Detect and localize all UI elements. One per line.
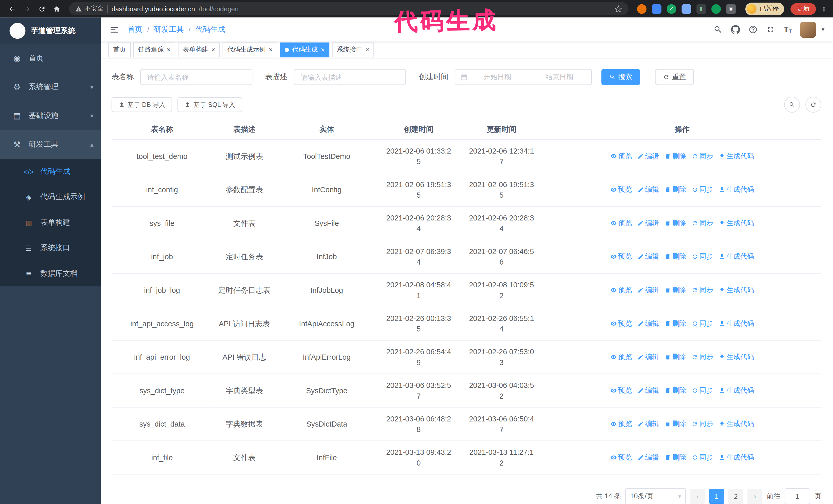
tab-item[interactable]: 代码生成示例× (223, 42, 278, 57)
close-icon[interactable]: × (211, 47, 215, 53)
delete-link[interactable]: 删除 (664, 452, 686, 462)
edit-link[interactable]: 编辑 (637, 251, 659, 262)
home-icon[interactable] (50, 2, 64, 16)
refresh-table-icon[interactable] (805, 97, 821, 113)
tab-item[interactable]: 首页 (109, 42, 131, 57)
toggle-search-icon[interactable] (784, 97, 800, 113)
generate-code-link[interactable]: 生成代码 (718, 151, 754, 161)
delete-link[interactable]: 删除 (664, 385, 686, 395)
preview-link[interactable]: 预览 (610, 151, 632, 161)
delete-link[interactable]: 删除 (664, 285, 686, 295)
reset-button[interactable]: 重置 (655, 69, 694, 85)
preview-link[interactable]: 预览 (610, 352, 632, 362)
sidebar-item-devtools[interactable]: ⚒研发工具▴ (0, 130, 101, 159)
breadcrumb-item[interactable]: 首页 (127, 25, 142, 34)
sidebar-item-api[interactable]: ☰系统接口 (0, 235, 101, 261)
goto-page-input[interactable] (785, 488, 810, 504)
generate-code-link[interactable]: 生成代码 (718, 352, 754, 362)
sync-link[interactable]: 同步 (691, 352, 713, 362)
reload-icon[interactable] (35, 2, 49, 16)
generate-code-link[interactable]: 生成代码 (718, 184, 754, 195)
preview-link[interactable]: 预览 (610, 184, 632, 195)
generate-code-link[interactable]: 生成代码 (718, 452, 754, 462)
edit-link[interactable]: 编辑 (637, 418, 659, 429)
back-icon[interactable] (5, 2, 19, 16)
prev-page-button[interactable]: ‹ (690, 489, 705, 504)
tab-item[interactable]: 代码生成× (280, 42, 329, 57)
breadcrumb-item[interactable]: 代码生成 (195, 25, 225, 34)
sync-link[interactable]: 同步 (691, 184, 713, 195)
close-icon[interactable]: × (321, 47, 325, 53)
extension-icon[interactable] (711, 4, 721, 14)
edit-link[interactable]: 编辑 (637, 285, 659, 295)
delete-link[interactable]: 删除 (664, 184, 686, 195)
import-sql-button[interactable]: 基于 SQL 导入 (177, 97, 242, 112)
import-db-button[interactable]: 基于 DB 导入 (112, 97, 172, 112)
bookmark-star-icon[interactable] (615, 5, 622, 13)
edit-link[interactable]: 编辑 (637, 452, 659, 462)
puzzle-extension-icon[interactable]: ▣ (726, 4, 736, 14)
delete-link[interactable]: 删除 (664, 418, 686, 429)
user-avatar[interactable] (800, 22, 816, 38)
sidebar-item-infra[interactable]: ▤基础设施▾ (0, 101, 101, 130)
edit-link[interactable]: 编辑 (637, 318, 659, 329)
delete-link[interactable]: 删除 (664, 218, 686, 228)
delete-link[interactable]: 删除 (664, 318, 686, 329)
preview-link[interactable]: 预览 (610, 385, 632, 395)
edit-link[interactable]: 编辑 (637, 151, 659, 161)
sidebar-item-system[interactable]: ⚙系统管理▾ (0, 73, 101, 101)
extension-icon[interactable] (682, 4, 691, 14)
tab-item[interactable]: 链路追踪× (133, 42, 175, 57)
sync-link[interactable]: 同步 (691, 251, 713, 262)
sync-link[interactable]: 同步 (691, 418, 713, 429)
extension-icon[interactable] (652, 4, 661, 14)
sync-link[interactable]: 同步 (691, 452, 713, 462)
table-name-input[interactable] (140, 69, 252, 85)
sidebar-item-codegen-example[interactable]: ◈代码生成示例 (0, 184, 101, 210)
tab-item[interactable]: 表单构建× (178, 42, 220, 57)
hamburger-icon[interactable] (110, 25, 119, 34)
chevron-down-icon[interactable]: ▾ (822, 26, 824, 33)
date-range-picker[interactable]: 开始日期 - 结束日期 (455, 69, 592, 85)
close-icon[interactable]: × (269, 47, 273, 53)
help-icon[interactable] (749, 25, 758, 34)
edit-link[interactable]: 编辑 (637, 218, 659, 228)
table-desc-input[interactable] (294, 69, 406, 85)
generate-code-link[interactable]: 生成代码 (718, 251, 754, 262)
browser-update-button[interactable]: 更新 (790, 3, 816, 15)
edit-link[interactable]: 编辑 (637, 385, 659, 395)
sidebar-item-codegen[interactable]: </>代码生成 (0, 159, 101, 184)
generate-code-link[interactable]: 生成代码 (718, 218, 754, 228)
preview-link[interactable]: 预览 (610, 251, 632, 262)
close-icon[interactable]: × (365, 47, 369, 53)
sync-link[interactable]: 同步 (691, 385, 713, 395)
forward-icon[interactable] (20, 2, 34, 16)
preview-link[interactable]: 预览 (610, 285, 632, 295)
sync-link[interactable]: 同步 (691, 285, 713, 295)
extension-icon[interactable]: ▮ (696, 4, 706, 14)
page-size-select[interactable]: 10条/页 ▾ (625, 488, 686, 504)
next-page-button[interactable]: › (747, 489, 762, 504)
sync-link[interactable]: 同步 (691, 151, 713, 161)
page-button[interactable]: 2 (729, 489, 743, 504)
preview-link[interactable]: 预览 (610, 452, 632, 462)
breadcrumb-item[interactable]: 研发工具 (154, 25, 184, 34)
security-warning[interactable]: 不安全 (75, 4, 103, 13)
sidebar-item-home[interactable]: ◉首页 (0, 44, 101, 73)
tab-item[interactable]: 系统接口× (332, 42, 374, 57)
preview-link[interactable]: 预览 (610, 218, 632, 228)
sidebar-item-db-doc[interactable]: ≣数据库文档 (0, 261, 101, 286)
delete-link[interactable]: 删除 (664, 251, 686, 262)
generate-code-link[interactable]: 生成代码 (718, 385, 754, 395)
logo-row[interactable]: 芋道管理系统 (0, 18, 101, 44)
fullscreen-icon[interactable] (766, 25, 775, 34)
browser-menu-icon[interactable] (820, 5, 828, 13)
extension-icon[interactable]: ✓ (667, 4, 676, 14)
page-button[interactable]: 1 (709, 489, 724, 504)
extension-icon[interactable] (637, 4, 646, 14)
sync-link[interactable]: 同步 (691, 218, 713, 228)
sync-link[interactable]: 同步 (691, 318, 713, 329)
generate-code-link[interactable]: 生成代码 (718, 318, 754, 329)
edit-link[interactable]: 编辑 (637, 184, 659, 195)
delete-link[interactable]: 删除 (664, 352, 686, 362)
